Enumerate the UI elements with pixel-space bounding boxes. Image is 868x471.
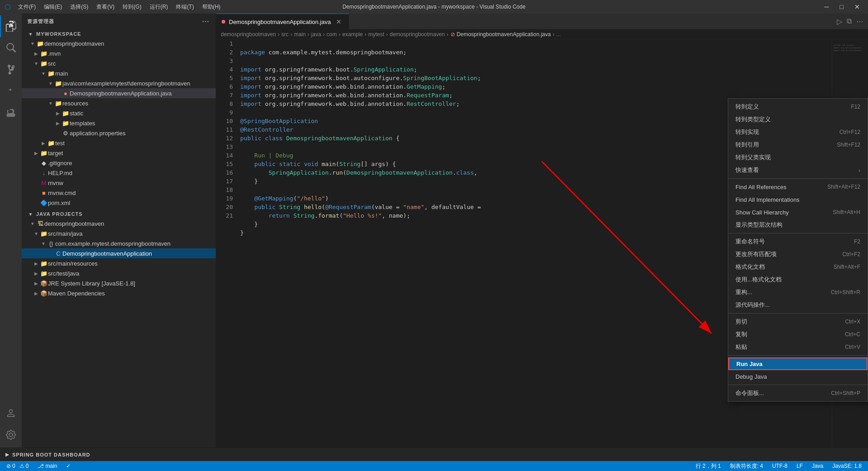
status-check[interactable]: ✓ bbox=[63, 461, 73, 471]
ctx-find-all-impl[interactable]: Find All Implementations bbox=[728, 193, 868, 206]
folder-templates[interactable]: ▶ 📁 templates bbox=[22, 118, 216, 128]
folder-icon: 📁 bbox=[47, 70, 55, 77]
tab-main-class[interactable]: DemospringbootmavenApplication.java ✕ bbox=[216, 14, 349, 29]
package-com-example[interactable]: ▼ {} com.example.mytest.demospringbootma… bbox=[22, 238, 216, 248]
breadcrumb-segment[interactable]: main bbox=[294, 31, 306, 38]
status-branch[interactable]: ⎇ main bbox=[35, 461, 60, 471]
workspace-arrow: ▼ bbox=[27, 32, 34, 37]
maximize-button[interactable]: □ bbox=[836, 2, 847, 11]
file-help-md[interactable]: ↓ HELP.md bbox=[22, 168, 216, 178]
ctx-command-palette[interactable]: 命令面板... Ctrl+Shift+P bbox=[728, 387, 868, 400]
java-version-text: JavaSE: 1.8 bbox=[832, 463, 862, 469]
more-actions-button[interactable]: ⋯ bbox=[855, 16, 864, 27]
tab-close-button[interactable]: ✕ bbox=[334, 17, 343, 26]
ctx-rename[interactable]: 重命名符号 F2 bbox=[728, 235, 868, 248]
workspace-section[interactable]: ▼ MYWORKSPACE bbox=[22, 29, 216, 38]
folder-src-main-resources[interactable]: ▶ 📁 src/main/resources bbox=[22, 258, 216, 268]
file-mvnw-cmd[interactable]: ■ mvnw.cmd bbox=[22, 188, 216, 198]
breadcrumb-segment[interactable]: demospringbootmaven bbox=[221, 31, 276, 38]
minimize-button[interactable]: ─ bbox=[821, 2, 833, 11]
folder-mvn[interactable]: ▶ 📁 .mvn bbox=[22, 48, 216, 58]
project-demospringbootmaven[interactable]: ▼ 🏗 demospringbootmaven bbox=[22, 219, 216, 228]
menu-edit[interactable]: 编辑(E) bbox=[40, 2, 66, 12]
file-gitignore[interactable]: ◆ .gitignore bbox=[22, 158, 216, 168]
ctx-cut[interactable]: 剪切 Ctrl+X bbox=[728, 315, 868, 328]
close-button[interactable]: ✕ bbox=[851, 2, 863, 11]
folder-demospringbootmaven[interactable]: ▼ 📁 demospringbootmaven bbox=[22, 38, 216, 48]
menu-goto[interactable]: 转到(G) bbox=[119, 2, 145, 12]
menu-select[interactable]: 选择(S) bbox=[66, 2, 92, 12]
jre-system-library[interactable]: ▶ 📦 JRE System Library [JavaSE-1.8] bbox=[22, 278, 216, 288]
ctx-goto-definition[interactable]: 转到定义 F12 bbox=[728, 100, 868, 113]
folder-target[interactable]: ▶ 📁 target bbox=[22, 148, 216, 158]
activity-debug[interactable] bbox=[0, 81, 22, 102]
maven-dependencies[interactable]: ▶ 📦 Maven Dependencies bbox=[22, 288, 216, 298]
breadcrumb-segment[interactable]: demospringbootmaven bbox=[389, 31, 445, 38]
folder-label: demospringbootmaven bbox=[44, 40, 216, 47]
file-pom-xml[interactable]: 🔷 pom.xml bbox=[22, 198, 216, 208]
status-java-version[interactable]: JavaSE: 1.8 bbox=[830, 461, 864, 471]
file-application-properties[interactable]: ⚙ application.properties bbox=[22, 128, 216, 138]
breadcrumb-segment[interactable]: src bbox=[281, 31, 289, 38]
ctx-copy[interactable]: 复制 Ctrl+C bbox=[728, 328, 868, 341]
ctx-goto-implementation[interactable]: 转到实现 Ctrl+F12 bbox=[728, 126, 868, 138]
gitignore-icon: ◆ bbox=[40, 160, 48, 167]
ctx-change-all-occurrences[interactable]: 更改所有匹配项 Ctrl+F2 bbox=[728, 248, 868, 261]
folder-resources[interactable]: ▼ 📁 resources bbox=[22, 98, 216, 108]
folder-static[interactable]: ▶ 📁 static bbox=[22, 108, 216, 118]
menu-view[interactable]: 查看(V) bbox=[93, 2, 118, 12]
activity-source-control[interactable] bbox=[0, 59, 22, 81]
class-main-application[interactable]: C DemospringbootmavenApplication bbox=[22, 248, 216, 258]
ctx-peek[interactable]: 快速查看 › bbox=[728, 164, 868, 176]
ctx-type-hierarchy[interactable]: 显示类型层次结构 bbox=[728, 219, 868, 231]
status-line-ending[interactable]: LF bbox=[794, 461, 806, 471]
breadcrumb-current[interactable]: DemospringbootmavenApplication.java bbox=[457, 31, 551, 38]
ctx-refactor[interactable]: 重构... Ctrl+Shift+R bbox=[728, 286, 868, 299]
folder-src[interactable]: ▼ 📁 src bbox=[22, 58, 216, 68]
folder-main[interactable]: ▼ 📁 main bbox=[22, 68, 216, 78]
folder-src-main-java[interactable]: ▼ 📁 src/main/java bbox=[22, 228, 216, 238]
folder-src-test-java[interactable]: ▶ 📁 src/test/java bbox=[22, 268, 216, 278]
ctx-format-document[interactable]: 格式化文档 Shift+Alt+F bbox=[728, 261, 868, 273]
split-editor-button[interactable]: ⧉ bbox=[846, 16, 853, 26]
ctx-format-with[interactable]: 使用...格式化文档 bbox=[728, 273, 868, 286]
breadcrumb-segment[interactable]: example bbox=[342, 31, 363, 38]
breadcrumb-segment[interactable]: mytest bbox=[368, 31, 384, 38]
status-encoding[interactable]: UTF-8 bbox=[769, 461, 790, 471]
ctx-goto-references[interactable]: 转到引用 Shift+F12 bbox=[728, 138, 868, 151]
folder-test[interactable]: ▶ 📁 test bbox=[22, 138, 216, 148]
activity-extensions[interactable] bbox=[0, 102, 22, 124]
breadcrumb-segment[interactable]: com bbox=[327, 31, 337, 38]
sidebar-more-actions[interactable]: ⋯ bbox=[201, 16, 210, 27]
file-main-class[interactable]: ● DemospringbootmavenApplication.java bbox=[22, 88, 216, 98]
status-errors[interactable]: ⊘ 0 ⚠ 0 bbox=[4, 461, 31, 471]
menu-terminal[interactable]: 终端(T) bbox=[172, 2, 197, 12]
run-button[interactable]: ▷ bbox=[836, 16, 843, 27]
file-mvnw[interactable]: M mvnw bbox=[22, 178, 216, 188]
shortcut-label: Shift+Alt+F bbox=[834, 264, 860, 270]
ctx-source-action[interactable]: 源代码操作... bbox=[728, 299, 868, 311]
folder-java-path[interactable]: ▼ 📁 java\com\example\mytest\demospringbo… bbox=[22, 78, 216, 88]
ctx-goto-type-definition[interactable]: 转到类型定义 bbox=[728, 113, 868, 126]
menu-file[interactable]: 文件(F) bbox=[14, 2, 39, 12]
spring-boot-dashboard-panel[interactable]: ▶ SPRING BOOT DASHBOARD bbox=[0, 447, 868, 461]
activity-search[interactable] bbox=[0, 37, 22, 59]
status-language[interactable]: Java bbox=[809, 461, 826, 471]
menu-run[interactable]: 运行(R) bbox=[146, 2, 172, 12]
status-tab-size[interactable]: 制表符长度: 4 bbox=[727, 461, 766, 471]
activity-settings[interactable] bbox=[0, 424, 22, 446]
breadcrumb-segment[interactable]: java bbox=[311, 31, 321, 38]
ctx-run-java[interactable]: Run Java bbox=[728, 357, 868, 370]
ctx-call-hierarchy[interactable]: Show Call Hierarchy Shift+Alt+H bbox=[728, 206, 868, 219]
sep: › bbox=[339, 31, 341, 38]
ctx-paste[interactable]: 粘贴 Ctrl+V bbox=[728, 341, 868, 353]
menu-help[interactable]: 帮助(H) bbox=[199, 2, 224, 12]
ctx-separator-1 bbox=[728, 178, 868, 179]
ctx-goto-super[interactable]: 转到父类实现 bbox=[728, 151, 868, 164]
status-position[interactable]: 行 2，列 1 bbox=[693, 461, 724, 471]
activity-explorer[interactable] bbox=[0, 15, 22, 37]
activity-account[interactable] bbox=[0, 402, 22, 424]
java-projects-section[interactable]: ▼ JAVA PROJECTS bbox=[22, 209, 216, 219]
ctx-find-all-refs[interactable]: Find All References Shift+Alt+F12 bbox=[728, 181, 868, 193]
ctx-debug-java[interactable]: Debug Java bbox=[728, 370, 868, 383]
